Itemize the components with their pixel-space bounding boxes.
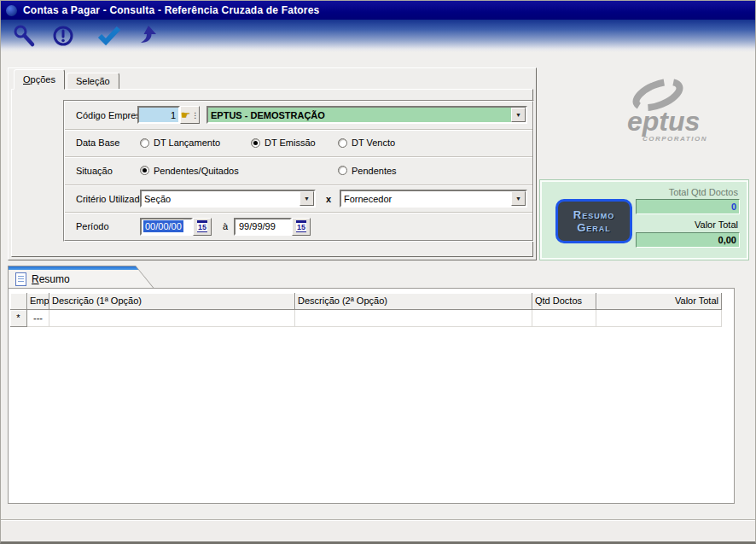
periodo-label: Período [76, 221, 109, 231]
situacao-label: Situação [76, 166, 113, 176]
table-row[interactable]: * --- [10, 310, 722, 327]
back-arrow-icon [137, 24, 160, 48]
confirm-icon [96, 25, 122, 47]
summary-panel: Resumo Geral Total Qtd Doctos 0 Valor To… [540, 180, 748, 260]
logo-text: eptus [627, 106, 700, 137]
radio-pendentes-quitados[interactable]: Pendentes/Quitados [140, 166, 239, 176]
row-periodo: Período 00/00/00 15 à 99/99/99 [65, 212, 532, 240]
window-icon [6, 5, 17, 16]
result-grid-panel: Emp Descrição (1ª Opção) Descrição (2ª O… [8, 288, 735, 504]
tab-opcoes[interactable]: Opções [14, 69, 65, 90]
logo-subtitle: CORPORATION [643, 135, 707, 143]
company-combo[interactable]: EPTUS - DEMOSTRAÇÃO ▼ [206, 106, 527, 124]
grip-dots-icon: ⋮ [191, 111, 199, 120]
grid-header-row: Emp Descrição (1ª Opção) Descrição (2ª O… [10, 293, 722, 310]
cell-descricao-1 [49, 310, 295, 327]
date-to-input[interactable]: 99/99/99 [234, 218, 292, 236]
criterio-label: Critério Utilizado [76, 194, 145, 204]
radio-icon [338, 166, 347, 175]
radio-checked-icon [251, 138, 260, 148]
calendar-from-button[interactable]: 15 [193, 218, 212, 236]
chevron-down-icon[interactable]: ▼ [299, 191, 314, 206]
title-bar: Contas a Pagar - Consulta - Referência C… [1, 1, 755, 20]
status-strip [1, 520, 755, 540]
header-qtd-doctos: Qtd Doctos [532, 293, 596, 310]
row-codigo-empresa: Código Empresa 1 ☛⋮ EPTUS - DEMOSTRAÇÃO … [65, 102, 532, 129]
criterio-combo-1[interactable]: Seção ▼ [140, 190, 316, 208]
header-valor-total: Valor Total [596, 293, 722, 310]
radio-dt-lancamento[interactable]: DT Lançamento [140, 137, 220, 148]
search-button[interactable] [4, 21, 44, 50]
tab-selecao[interactable]: Seleção [67, 73, 119, 90]
eptus-logo: eptus CORPORATION [590, 71, 743, 161]
app-window: Contas a Pagar - Consulta - Referência C… [0, 0, 756, 544]
cell-qtd-doctos [532, 310, 596, 327]
calendar-icon: 15 [296, 220, 306, 232]
chevron-down-icon[interactable]: ▼ [511, 108, 526, 122]
row-situacao: Situação Pendentes/Quitados Pendentes [65, 156, 532, 184]
header-descricao-2: Descrição (2ª Opção) [295, 293, 532, 310]
data-base-label: Data Base [76, 137, 119, 148]
tab-body: Código Empresa 1 ☛⋮ EPTUS - DEMOSTRAÇÃO … [11, 89, 533, 257]
valor-total-field: 0,00 [636, 232, 740, 248]
total-qtd-label: Total Qtd Doctos [619, 187, 738, 197]
client-area: Opções Seleção Código Empresa 1 [1, 52, 755, 542]
header-emp: Emp [27, 293, 49, 310]
periodo-to-label: à [223, 221, 228, 231]
result-grid: Emp Descrição (1ª Opção) Descrição (2ª O… [10, 293, 722, 327]
document-icon [15, 272, 26, 286]
search-icon [12, 24, 36, 48]
radio-pendentes[interactable]: Pendentes [338, 166, 397, 176]
back-button[interactable] [129, 21, 168, 50]
row-data-base: Data Base DT Lançamento DT Emissão [65, 129, 532, 157]
row-indicator: * [10, 310, 27, 327]
row-criterio: Critério Utilizado Seção ▼ x Fornecedor … [65, 184, 532, 213]
calendar-to-button[interactable]: 15 [292, 218, 311, 236]
criterio-separator: x [326, 194, 331, 204]
cell-descricao-2 [295, 310, 532, 327]
criterio-combo-2[interactable]: Fornecedor ▼ [340, 190, 527, 208]
tab-strip: Opções Seleção [11, 71, 533, 90]
tab-resumo-result[interactable]: Resumo [8, 266, 154, 289]
chevron-down-icon[interactable]: ▼ [511, 191, 526, 206]
pointing-hand-icon: ☛ [181, 108, 191, 121]
cell-emp: --- [27, 310, 49, 327]
cell-valor-total [596, 310, 722, 327]
radio-dt-emissao[interactable]: DT Emissão [251, 137, 316, 148]
codigo-empresa-label: Código Empresa [76, 110, 146, 120]
toolbar [1, 20, 755, 52]
alert-button[interactable] [44, 21, 83, 50]
calendar-icon: 15 [197, 220, 207, 232]
radio-dt-vencto[interactable]: DT Vencto [338, 137, 395, 148]
radio-icon [140, 138, 149, 148]
date-from-input[interactable]: 00/00/00 [140, 218, 193, 236]
total-qtd-field: 0 [636, 199, 740, 214]
header-descricao-1: Descrição (1ª Opção) [49, 293, 295, 310]
company-lookup-button[interactable]: ☛⋮ [180, 106, 200, 124]
form-panel: Código Empresa 1 ☛⋮ EPTUS - DEMOSTRAÇÃO … [63, 100, 534, 242]
radio-icon [338, 138, 347, 148]
options-tab-control: Opções Seleção Código Empresa 1 [8, 67, 537, 260]
valor-total-label: Valor Total [619, 219, 738, 230]
resumo-tab-label: Resumo [32, 273, 70, 285]
header-indicator [10, 293, 27, 310]
alert-icon [51, 24, 75, 48]
confirm-button[interactable] [90, 21, 129, 50]
radio-checked-icon [140, 166, 149, 175]
window-title: Contas a Pagar - Consulta - Referência C… [23, 4, 320, 16]
company-code-input[interactable]: 1 [137, 106, 180, 124]
